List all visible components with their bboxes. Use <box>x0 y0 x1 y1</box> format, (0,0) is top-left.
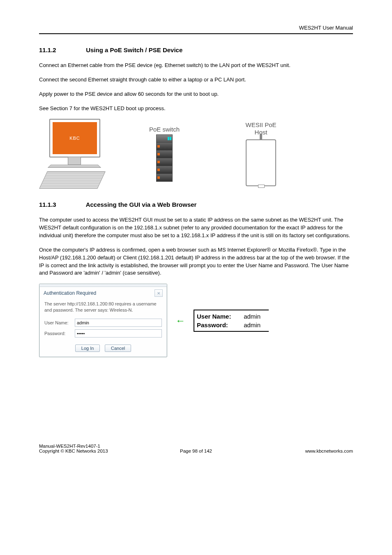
cred-username-value: admin <box>244 313 261 320</box>
section-title: Using a PoE Switch / PSE Device <box>86 46 182 53</box>
password-label: Password: <box>44 331 75 336</box>
auth-dialog: Authentication Required ✕ The server htt… <box>39 284 167 357</box>
footer-center: Page 98 of 142 <box>144 444 248 453</box>
footer-left: Manual-WES2HT-Rev1407-1 Copyright © KBC … <box>39 444 143 453</box>
paragraph: See Section 7 for the WES2HT LED boot up… <box>39 105 353 113</box>
section-number: 11.1.2 <box>39 46 84 53</box>
dialog-title: Authentication Required <box>44 290 96 296</box>
dialog-decoration <box>39 284 167 287</box>
cred-password-label: Password: <box>197 321 242 329</box>
auth-figure: Authentication Required ✕ The server htt… <box>39 284 353 357</box>
username-input[interactable] <box>75 319 162 327</box>
cancel-button[interactable]: Cancel <box>105 345 131 352</box>
doc-title: WES2HT User Manual <box>299 25 353 31</box>
dialog-message: The server http://192.168.1.200:80 requi… <box>39 298 167 317</box>
page-header: WES2HT User Manual <box>39 25 353 34</box>
password-input[interactable] <box>75 329 162 338</box>
monitor-base-icon <box>48 165 101 168</box>
login-button[interactable]: Log In <box>75 345 100 352</box>
switch-top-icon <box>156 134 173 143</box>
monitor-stand-icon <box>68 157 81 165</box>
monitor-brand: KBC <box>53 122 97 154</box>
topology-figure: KBC PoE switch WESII PoE Host <box>39 119 353 189</box>
paragraph: Connect an Ethernet cable from the PSE d… <box>39 62 353 69</box>
arrow-icon: ← <box>175 315 185 326</box>
poe-switch-block: PoE switch <box>134 126 195 182</box>
footer-right: www.kbcnetworks.com <box>249 444 353 453</box>
paragraph: Connect the second Ethernet straight thr… <box>39 76 353 84</box>
poe-switch-label: PoE switch <box>134 126 195 133</box>
cred-username-label: User Name: <box>197 312 242 321</box>
paragraph: The computer used to access the WES2HT G… <box>39 216 353 240</box>
page-footer: Manual-WES2HT-Rev1407-1 Copyright © KBC … <box>39 444 353 453</box>
monitor-icon: KBC <box>49 119 100 157</box>
section-title: Accessing the GUI via a Web Browser <box>86 201 197 208</box>
credentials-callout: User Name: admin Password: admin <box>194 310 269 332</box>
antenna-icon <box>260 134 262 140</box>
host-device-icon <box>246 139 276 186</box>
port-icon <box>258 185 265 188</box>
section-heading-1: 11.1.2 Using a PoE Switch / PSE Device <box>39 46 353 53</box>
keyboard-icon <box>39 171 106 189</box>
paragraph: Apply power to the PSE device and allow … <box>39 90 353 98</box>
switch-ports-icon <box>156 143 173 182</box>
poe-switch-icon <box>156 134 173 182</box>
section-heading-2: 11.1.3 Accessing the GUI via a Web Brows… <box>39 201 353 208</box>
cred-password-value: admin <box>244 321 261 328</box>
username-label: User Name: <box>44 320 75 325</box>
computer-illustration: KBC <box>43 119 109 189</box>
host-block: WESII PoE Host <box>220 121 302 186</box>
section-number: 11.1.3 <box>39 201 84 208</box>
close-icon[interactable]: ✕ <box>154 289 163 297</box>
paragraph: Once the computer's IP address is confir… <box>39 246 353 277</box>
